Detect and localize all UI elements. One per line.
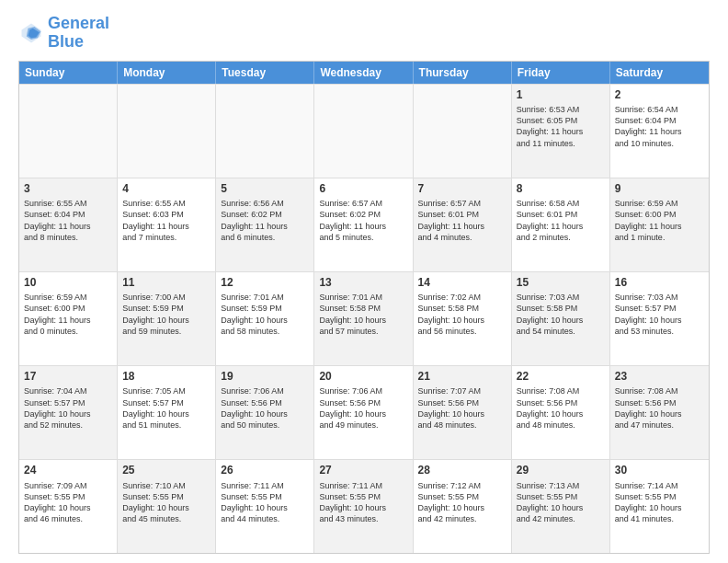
- day-number: 19: [221, 370, 309, 385]
- weekday-header-monday: Monday: [118, 62, 216, 84]
- day-number: 5: [221, 182, 309, 197]
- logo: General Blue: [18, 15, 109, 52]
- day-cell-28: 28Sunrise: 7:12 AMSunset: 5:55 PMDayligh…: [414, 460, 512, 553]
- day-info: Sunrise: 7:13 AMSunset: 5:55 PMDaylight:…: [517, 480, 605, 525]
- day-info: Sunrise: 7:05 AMSunset: 5:57 PMDaylight:…: [122, 385, 210, 431]
- day-info: Sunrise: 6:53 AMSunset: 6:05 PMDaylight:…: [517, 104, 605, 149]
- calendar-row-5: 24Sunrise: 7:09 AMSunset: 5:55 PMDayligh…: [19, 459, 709, 553]
- day-cell-26: 26Sunrise: 7:11 AMSunset: 5:55 PMDayligh…: [216, 460, 314, 553]
- weekday-header-friday: Friday: [512, 62, 610, 84]
- calendar-row-1: 1Sunrise: 6:53 AMSunset: 6:05 PMDaylight…: [19, 84, 709, 178]
- day-number: 23: [615, 370, 704, 385]
- day-cell-20: 20Sunrise: 7:06 AMSunset: 5:56 PMDayligh…: [314, 366, 413, 459]
- day-info: Sunrise: 7:08 AMSunset: 5:56 PMDaylight:…: [615, 385, 704, 431]
- day-cell-23: 23Sunrise: 7:08 AMSunset: 5:56 PMDayligh…: [610, 366, 709, 459]
- day-number: 13: [319, 276, 407, 291]
- day-info: Sunrise: 6:59 AMSunset: 6:00 PMDaylight:…: [24, 292, 112, 337]
- day-cell-22: 22Sunrise: 7:08 AMSunset: 5:56 PMDayligh…: [512, 366, 610, 459]
- day-number: 9: [615, 182, 704, 197]
- day-info: Sunrise: 7:04 AMSunset: 5:57 PMDaylight:…: [24, 385, 112, 431]
- day-cell-2: 2Sunrise: 6:54 AMSunset: 6:04 PMDaylight…: [610, 85, 709, 178]
- day-number: 16: [615, 276, 704, 291]
- logo-text: General Blue: [48, 15, 109, 52]
- day-info: Sunrise: 6:58 AMSunset: 6:01 PMDaylight:…: [517, 198, 605, 243]
- calendar-row-3: 10Sunrise: 6:59 AMSunset: 6:00 PMDayligh…: [19, 271, 709, 365]
- weekday-header-wednesday: Wednesday: [314, 62, 413, 84]
- day-cell-13: 13Sunrise: 7:01 AMSunset: 5:58 PMDayligh…: [314, 272, 413, 365]
- day-cell-30: 30Sunrise: 7:14 AMSunset: 5:55 PMDayligh…: [610, 460, 709, 553]
- day-number: 24: [24, 464, 112, 478]
- day-cell-25: 25Sunrise: 7:10 AMSunset: 5:55 PMDayligh…: [118, 460, 216, 553]
- day-number: 7: [418, 182, 506, 197]
- day-cell-19: 19Sunrise: 7:06 AMSunset: 5:56 PMDayligh…: [216, 366, 314, 459]
- logo-line1: General: [48, 15, 109, 33]
- day-info: Sunrise: 7:01 AMSunset: 5:59 PMDaylight:…: [221, 292, 309, 337]
- day-info: Sunrise: 6:57 AMSunset: 6:02 PMDaylight:…: [319, 198, 407, 243]
- day-cell-1: 1Sunrise: 6:53 AMSunset: 6:05 PMDaylight…: [512, 85, 610, 178]
- logo-line2: Blue: [48, 33, 109, 52]
- day-number: 2: [615, 88, 704, 103]
- weekday-header-sunday: Sunday: [19, 62, 118, 84]
- day-number: 10: [24, 276, 112, 291]
- day-info: Sunrise: 6:59 AMSunset: 6:00 PMDaylight:…: [615, 198, 704, 243]
- day-number: 28: [418, 464, 506, 478]
- day-cell-10: 10Sunrise: 6:59 AMSunset: 6:00 PMDayligh…: [19, 272, 118, 365]
- day-number: 21: [418, 370, 506, 385]
- day-info: Sunrise: 6:54 AMSunset: 6:04 PMDaylight:…: [615, 104, 704, 149]
- day-number: 11: [122, 276, 210, 291]
- day-info: Sunrise: 6:55 AMSunset: 6:04 PMDaylight:…: [24, 198, 112, 243]
- weekday-header-tuesday: Tuesday: [216, 62, 314, 84]
- calendar-body: 1Sunrise: 6:53 AMSunset: 6:05 PMDaylight…: [19, 84, 709, 553]
- day-info: Sunrise: 7:01 AMSunset: 5:58 PMDaylight:…: [319, 292, 407, 337]
- day-number: 17: [24, 370, 112, 385]
- empty-cell: [216, 85, 314, 178]
- day-info: Sunrise: 7:06 AMSunset: 5:56 PMDaylight:…: [319, 385, 407, 431]
- day-info: Sunrise: 7:10 AMSunset: 5:55 PMDaylight:…: [122, 480, 210, 525]
- day-number: 6: [319, 182, 407, 197]
- page: General Blue SundayMondayTuesdayWednesda…: [0, 0, 728, 563]
- day-cell-9: 9Sunrise: 6:59 AMSunset: 6:00 PMDaylight…: [610, 178, 709, 271]
- day-cell-4: 4Sunrise: 6:55 AMSunset: 6:03 PMDaylight…: [118, 178, 216, 271]
- empty-cell: [118, 85, 216, 178]
- day-info: Sunrise: 7:09 AMSunset: 5:55 PMDaylight:…: [24, 480, 112, 525]
- day-info: Sunrise: 6:57 AMSunset: 6:01 PMDaylight:…: [418, 198, 506, 243]
- day-number: 20: [319, 370, 407, 385]
- day-number: 8: [517, 182, 605, 197]
- day-number: 3: [24, 182, 112, 197]
- day-number: 30: [615, 464, 704, 478]
- day-info: Sunrise: 6:56 AMSunset: 6:02 PMDaylight:…: [221, 198, 309, 243]
- day-number: 26: [221, 464, 309, 478]
- day-number: 4: [122, 182, 210, 197]
- day-cell-8: 8Sunrise: 6:58 AMSunset: 6:01 PMDaylight…: [512, 178, 610, 271]
- day-info: Sunrise: 6:55 AMSunset: 6:03 PMDaylight:…: [122, 198, 210, 243]
- day-cell-24: 24Sunrise: 7:09 AMSunset: 5:55 PMDayligh…: [19, 460, 118, 553]
- empty-cell: [314, 85, 413, 178]
- empty-cell: [19, 85, 118, 178]
- day-info: Sunrise: 7:14 AMSunset: 5:55 PMDaylight:…: [615, 480, 704, 525]
- day-number: 25: [122, 464, 210, 478]
- day-info: Sunrise: 7:07 AMSunset: 5:56 PMDaylight:…: [418, 385, 506, 431]
- day-cell-14: 14Sunrise: 7:02 AMSunset: 5:58 PMDayligh…: [414, 272, 512, 365]
- day-info: Sunrise: 7:00 AMSunset: 5:59 PMDaylight:…: [122, 292, 210, 337]
- weekday-header-thursday: Thursday: [414, 62, 512, 84]
- day-number: 29: [517, 464, 605, 478]
- day-cell-29: 29Sunrise: 7:13 AMSunset: 5:55 PMDayligh…: [512, 460, 610, 553]
- day-info: Sunrise: 7:03 AMSunset: 5:58 PMDaylight:…: [517, 292, 605, 337]
- day-cell-11: 11Sunrise: 7:00 AMSunset: 5:59 PMDayligh…: [118, 272, 216, 365]
- header: General Blue: [18, 15, 710, 52]
- day-number: 22: [517, 370, 605, 385]
- day-cell-12: 12Sunrise: 7:01 AMSunset: 5:59 PMDayligh…: [216, 272, 314, 365]
- day-cell-21: 21Sunrise: 7:07 AMSunset: 5:56 PMDayligh…: [414, 366, 512, 459]
- day-info: Sunrise: 7:03 AMSunset: 5:57 PMDaylight:…: [615, 292, 704, 337]
- day-number: 1: [517, 88, 605, 103]
- day-info: Sunrise: 7:08 AMSunset: 5:56 PMDaylight:…: [517, 385, 605, 431]
- empty-cell: [414, 85, 512, 178]
- day-cell-6: 6Sunrise: 6:57 AMSunset: 6:02 PMDaylight…: [314, 178, 413, 271]
- day-cell-17: 17Sunrise: 7:04 AMSunset: 5:57 PMDayligh…: [19, 366, 118, 459]
- day-number: 15: [517, 276, 605, 291]
- day-number: 18: [122, 370, 210, 385]
- day-cell-27: 27Sunrise: 7:11 AMSunset: 5:55 PMDayligh…: [314, 460, 413, 553]
- calendar-row-4: 17Sunrise: 7:04 AMSunset: 5:57 PMDayligh…: [19, 365, 709, 459]
- day-cell-7: 7Sunrise: 6:57 AMSunset: 6:01 PMDaylight…: [414, 178, 512, 271]
- day-info: Sunrise: 7:02 AMSunset: 5:58 PMDaylight:…: [418, 292, 506, 337]
